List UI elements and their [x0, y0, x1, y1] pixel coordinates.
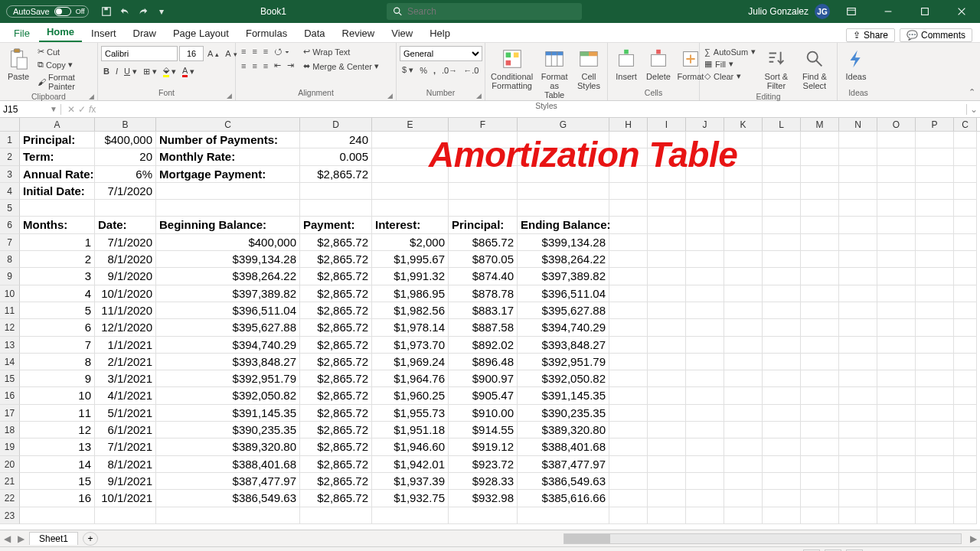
undo-button[interactable]: [116, 3, 133, 20]
horizontal-scrollbar[interactable]: [564, 533, 962, 544]
cell[interactable]: $2,865.72: [300, 387, 372, 404]
cell[interactable]: $1,942.01: [372, 456, 449, 473]
cell[interactable]: [686, 234, 724, 251]
cell[interactable]: [916, 217, 954, 233]
cell[interactable]: $386,549.63: [518, 473, 609, 490]
cell[interactable]: [648, 456, 686, 473]
cell[interactable]: [916, 285, 954, 302]
cell[interactable]: $2,000: [372, 234, 449, 251]
col-header[interactable]: I: [648, 118, 686, 131]
cell[interactable]: 5: [20, 302, 95, 319]
cell[interactable]: [724, 234, 763, 251]
cell[interactable]: [763, 387, 801, 404]
cell[interactable]: $394,740.29: [156, 337, 300, 354]
row-header[interactable]: 8: [0, 251, 20, 268]
col-header[interactable]: N: [839, 118, 877, 131]
cell[interactable]: [877, 234, 916, 251]
cell[interactable]: [686, 302, 724, 319]
cell[interactable]: 12: [20, 422, 95, 439]
row-header[interactable]: 20: [0, 456, 20, 473]
cell[interactable]: $2,865.72: [300, 490, 372, 507]
cell[interactable]: [801, 370, 839, 387]
col-header[interactable]: G: [518, 118, 609, 131]
cell[interactable]: $900.97: [449, 370, 518, 387]
enter-formula-button[interactable]: ✓: [78, 104, 86, 115]
cell[interactable]: [877, 456, 916, 473]
cell[interactable]: [877, 354, 916, 370]
cell[interactable]: [801, 473, 839, 490]
cell[interactable]: [801, 490, 839, 507]
sort-filter-button[interactable]: Sort & Filter: [759, 46, 794, 92]
fill-color-button[interactable]: ⬙ ▾: [161, 64, 178, 78]
cell[interactable]: [372, 183, 449, 200]
row-header[interactable]: 7: [0, 234, 20, 251]
cell[interactable]: [763, 422, 801, 439]
cell[interactable]: [609, 405, 648, 422]
cell[interactable]: $865.72: [449, 234, 518, 251]
cell[interactable]: [609, 439, 648, 455]
cell[interactable]: [916, 473, 954, 490]
cell[interactable]: [724, 302, 763, 319]
cell[interactable]: Principal:: [20, 132, 95, 148]
cell[interactable]: [916, 337, 954, 354]
increase-indent-button[interactable]: ⇥: [285, 60, 296, 71]
row-header[interactable]: 6: [0, 217, 20, 233]
cell[interactable]: [877, 132, 916, 148]
cell[interactable]: [686, 387, 724, 404]
cell[interactable]: [839, 183, 877, 200]
cell[interactable]: [300, 507, 372, 524]
cell[interactable]: [954, 268, 977, 285]
row-header[interactable]: 21: [0, 473, 20, 490]
cell[interactable]: [839, 387, 877, 404]
cell[interactable]: 14: [20, 456, 95, 473]
cell[interactable]: [609, 268, 648, 285]
cell[interactable]: [954, 132, 977, 148]
cell[interactable]: $892.02: [449, 337, 518, 354]
cell[interactable]: 6%: [95, 166, 156, 183]
cell[interactable]: 9/1/2020: [95, 268, 156, 285]
cell[interactable]: 8/1/2020: [95, 251, 156, 268]
cell[interactable]: [609, 473, 648, 490]
cell[interactable]: [724, 268, 763, 285]
cell[interactable]: [916, 132, 954, 148]
cell[interactable]: $2,865.72: [300, 234, 372, 251]
cell[interactable]: 3: [20, 268, 95, 285]
cell[interactable]: [609, 370, 648, 387]
cell[interactable]: 15: [20, 473, 95, 490]
cell[interactable]: [954, 439, 977, 455]
cell[interactable]: [839, 132, 877, 148]
conditional-formatting-button[interactable]: Conditional Formatting: [488, 46, 535, 92]
cell[interactable]: [954, 405, 977, 422]
cell[interactable]: $396,511.04: [156, 302, 300, 319]
cell[interactable]: 9/1/2021: [95, 473, 156, 490]
align-center-button[interactable]: ≡: [250, 60, 259, 71]
cell[interactable]: [877, 302, 916, 319]
cell[interactable]: $1,964.76: [372, 370, 449, 387]
cell[interactable]: [916, 405, 954, 422]
cell[interactable]: [954, 422, 977, 439]
cell[interactable]: [839, 285, 877, 302]
font-size-input[interactable]: [179, 46, 204, 61]
row-header[interactable]: 14: [0, 354, 20, 370]
cell[interactable]: [763, 370, 801, 387]
cell[interactable]: [609, 217, 648, 233]
cell[interactable]: [724, 337, 763, 354]
cell[interactable]: [648, 268, 686, 285]
cell[interactable]: [648, 507, 686, 524]
cell[interactable]: [724, 217, 763, 233]
cell[interactable]: [839, 405, 877, 422]
cell[interactable]: [954, 302, 977, 319]
cell[interactable]: 4/1/2021: [95, 387, 156, 404]
cell[interactable]: [916, 456, 954, 473]
font-color-button[interactable]: A ▾: [180, 64, 197, 78]
clear-button[interactable]: ◇Clear ▾: [703, 70, 757, 82]
cell[interactable]: [724, 422, 763, 439]
cell[interactable]: [877, 370, 916, 387]
cell[interactable]: [609, 319, 648, 336]
ribbon-display-options[interactable]: [836, 0, 867, 23]
copy-button[interactable]: ⧉Copy ▾: [35, 59, 94, 70]
cell[interactable]: $397,389.82: [156, 285, 300, 302]
qat-customize[interactable]: ▾: [153, 3, 170, 20]
cell[interactable]: $2,865.72: [300, 405, 372, 422]
share-button[interactable]: ⇪Share: [846, 28, 895, 42]
